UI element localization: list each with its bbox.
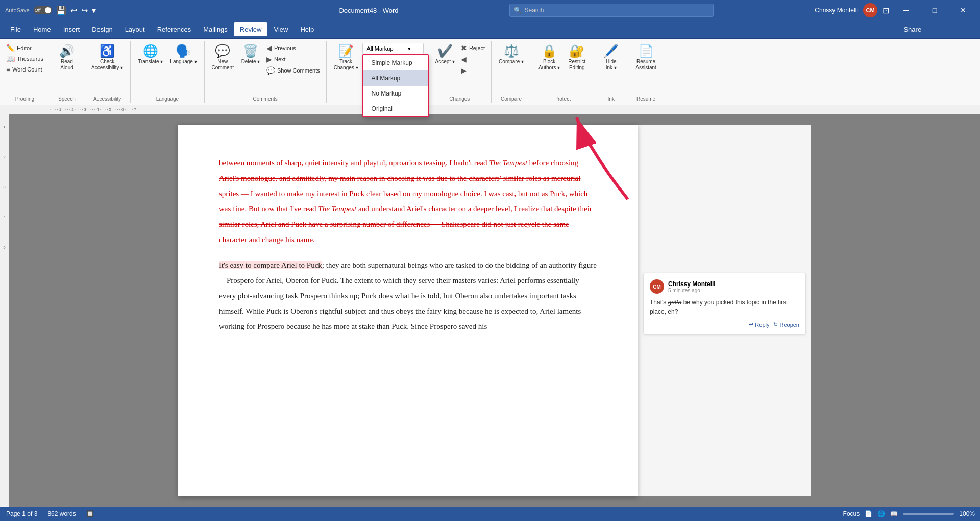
autosave-knob [45,7,51,13]
checkaccessibility-icon: ♿ [100,45,115,57]
resumeassistant-label: ResumeAssistant [635,59,656,71]
markup-option-all[interactable]: All Markup [363,70,428,86]
comments-group-label: Comments [253,95,277,103]
autosave-label: AutoSave [5,7,30,13]
title-bar-left: AutoSave Off 💾 ↩ ↪ ▾ [5,6,248,15]
delete-label: Delete ▾ [241,59,260,65]
markup-option-no[interactable]: No Markup [363,86,428,101]
next-change-button[interactable]: ▶ [459,65,487,76]
newcomment-icon: 💬 [215,45,230,57]
accessibility-content: ♿ CheckAccessibility ▾ [88,41,126,95]
compare-content: ⚖️ Compare ▾ [496,41,527,95]
trackchanges-button[interactable]: 📝 TrackChanges ▾ [331,43,361,73]
delete-icon: 🗑️ [243,45,258,57]
menu-references[interactable]: References [151,22,197,36]
close-button[interactable]: ✕ [951,0,975,20]
more-icon[interactable]: ▾ [92,6,96,15]
user-name: Chrissy Montelli [815,7,858,14]
comment-card: CM Chrissy Montelli 5 minutes ago That's… [643,273,806,335]
resumeassistant-button[interactable]: 📄 ResumeAssistant [632,43,659,73]
search-icon: 🔍 [514,7,522,14]
menu-view[interactable]: View [267,22,294,36]
menu-file[interactable]: File [4,22,27,36]
thesaurus-label: Thesaurus [17,56,43,62]
markup-option-simple[interactable]: Simple Markup [363,55,428,70]
document-title: Document48 - Word [339,7,398,14]
search-area: 🔍 Search [490,4,732,17]
comment-time: 5 minutes ago [668,288,716,293]
menu-insert[interactable]: Insert [57,22,86,36]
reject-button[interactable]: ✖ Reject [459,43,487,53]
translate-icon: 🌐 [143,45,158,57]
resume-content: 📄 ResumeAssistant [632,41,659,95]
protect-content: 🔒 BlockAuthors ▾ 🔐 RestrictEditing [535,41,590,95]
comment-panel: CM Chrissy Montelli 5 minutes ago That's… [638,125,811,496]
restrictediting-button[interactable]: 🔐 RestrictEditing [564,43,590,73]
readaloud-button[interactable]: 🔊 ReadAloud [54,43,80,73]
showcomments-button[interactable]: 💬 Show Comments [264,65,322,76]
resumeassistant-icon: 📄 [639,45,654,57]
document-scroll[interactable]: between moments of sharp, quiet intensit… [9,114,980,507]
view-web-icon[interactable]: 🌐 [877,510,885,517]
reply-button[interactable]: ↩ Reply [749,321,769,328]
changes-group-label: Changes [449,95,470,103]
title-bar-right: Chrissy Montelli CM ⊡ ─ □ ✕ [732,0,975,20]
comment-text: That's gotta be why you picked this topi… [650,298,799,316]
maximize-button[interactable]: □ [923,0,946,20]
accept-button[interactable]: ✔️ Accept ▾ [432,43,458,67]
save-icon[interactable]: 💾 [56,6,66,15]
hideink-button[interactable]: 🖊️ HideInk ▾ [598,43,624,73]
markup-select[interactable]: All Markup ▾ [362,43,424,54]
menu-home[interactable]: Home [27,22,57,36]
markup-option-original[interactable]: Original [363,101,428,116]
comments-content: 💬 NewComment 🗑️ Delete ▾ ◀ Previous ▶ Ne… [209,41,322,95]
menu-help[interactable]: Help [294,22,320,36]
language-button[interactable]: 🗣️ Language ▾ [167,43,200,67]
ruler-top: · · · · 1 · · · · 2 · · · · 3 · · · · 4 … [9,105,980,114]
newcomment-button[interactable]: 💬 NewComment [209,43,237,73]
autosave-toggle[interactable]: Off [34,6,52,14]
share-button[interactable]: Share [896,23,928,36]
restrictediting-label: RestrictEditing [568,59,585,71]
markup-dropdown: Simple Markup All Markup No Markup Origi… [362,54,429,117]
wordcount-button[interactable]: ≡ Word Count [4,64,45,75]
comments-button[interactable]: Comments [933,22,976,36]
reopen-button[interactable]: ↻ Reopen [773,321,799,328]
accessibility-status-icon: 🔲 [86,510,94,517]
undo-icon[interactable]: ↩ [70,6,77,15]
zoom-slider[interactable] [903,513,954,515]
autosave-state: Off [35,8,41,13]
speech-group-label: Speech [58,95,76,103]
hideink-icon: 🖊️ [603,45,619,57]
next-button[interactable]: ▶ Next [264,54,322,64]
menu-design[interactable]: Design [86,22,118,36]
blockauthors-button[interactable]: 🔒 BlockAuthors ▾ [535,43,563,73]
prev-change-button[interactable]: ◀ [459,54,487,64]
status-bar: Page 1 of 3 862 words 🔲 Focus 📄 🌐 📖 100% [0,507,980,521]
compare-label: Compare ▾ [499,59,524,65]
menu-mailings[interactable]: Mailings [197,22,234,36]
reply-label: Reply [755,322,769,328]
thesaurus-button[interactable]: 📖 Thesaurus [4,54,45,64]
delete-button[interactable]: 🗑️ Delete ▾ [238,43,263,67]
markup-dropdown-wrapper: All Markup ▾ Simple Markup All Markup No… [362,43,424,54]
previous-icon: ◀ [266,44,272,52]
restore-icon[interactable]: ⊡ [883,6,889,15]
compare-button[interactable]: ⚖️ Compare ▾ [496,43,527,67]
menu-review[interactable]: Review [234,22,268,36]
redo-icon[interactable]: ↪ [81,6,88,15]
previous-button[interactable]: ◀ Previous [264,43,322,53]
minimize-button[interactable]: ─ [894,0,918,20]
focus-label[interactable]: Focus [843,510,860,517]
menu-layout[interactable]: Layout [119,22,151,36]
comment-header: CM Chrissy Montelli 5 minutes ago [650,279,799,294]
view-read-icon[interactable]: 📖 [890,510,898,517]
readaloud-icon: 🔊 [59,45,75,57]
ink-group-label: Ink [608,95,615,103]
translate-button[interactable]: 🌐 Translate ▾ [135,43,166,67]
view-print-icon[interactable]: 📄 [865,510,872,517]
search-box[interactable]: 🔍 Search [509,4,714,17]
checkaccessibility-button[interactable]: ♿ CheckAccessibility ▾ [88,43,126,73]
editor-button[interactable]: ✏️ Editor [4,43,45,53]
ribbon-group-comments: 💬 NewComment 🗑️ Delete ▾ ◀ Previous ▶ Ne… [205,41,327,103]
